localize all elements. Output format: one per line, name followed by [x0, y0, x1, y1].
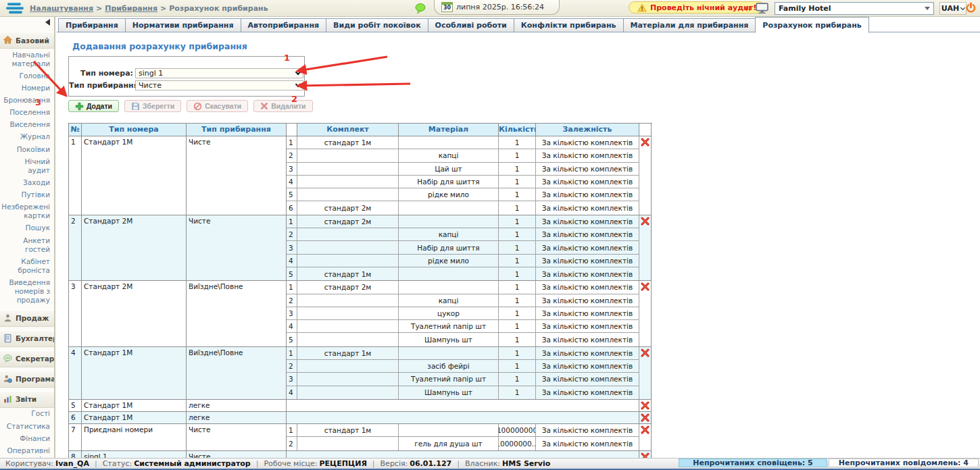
dependency-cell: За кількістю комплектів [536, 136, 639, 149]
sidebar-item[interactable]: Анкети гостей [0, 234, 54, 255]
material-sublist [287, 400, 639, 412]
sidebar-item[interactable]: Заходи [0, 176, 54, 188]
form-select-1[interactable]: Чисте [135, 80, 303, 90]
sidebar-section-3[interactable]: Секретар [0, 350, 54, 367]
status-value: 06.01.127 [410, 459, 451, 468]
sidebar-item[interactable]: Оперативні звіти [0, 444, 54, 458]
delete-row-button[interactable] [641, 401, 650, 410]
subrow-number-cell: 1 [287, 136, 297, 149]
dependency-cell: За кількістю комплектів [536, 281, 639, 294]
tab-4[interactable]: Особливі роботи [428, 18, 514, 32]
delete-row-button[interactable] [641, 282, 650, 291]
tab-1[interactable]: Нормативи прибирання [125, 18, 241, 32]
sidebar-item[interactable]: Статистика [0, 420, 54, 432]
sidebar-item[interactable]: Пошук [0, 222, 54, 234]
power-icon[interactable] [965, 2, 977, 16]
sidebar-item[interactable]: Гості [0, 408, 54, 420]
sidebar-item[interactable]: Нічний аудит [0, 155, 54, 176]
quantity-cell: 1 [499, 255, 536, 267]
material-cell: Шампунь шт [399, 386, 499, 399]
kit-cell: стандарт 1м [297, 424, 399, 437]
delete-row-button[interactable] [641, 425, 650, 434]
status-separator: | [457, 459, 460, 468]
delete-cell [639, 281, 652, 346]
delete-button[interactable]: Видалити [253, 100, 312, 112]
sidebar-item[interactable]: Поселення [0, 107, 54, 119]
form-select-0[interactable]: singl 1 [135, 68, 303, 78]
sidebar-item[interactable]: Головна [0, 70, 54, 82]
sidebar-section-label: Базовий [16, 36, 49, 45]
row-number-cell: 5 [69, 400, 82, 412]
material-cell: капці [399, 294, 499, 307]
delete-row-button[interactable] [641, 138, 650, 147]
sidebar-section-4[interactable]: Програма ло [0, 371, 54, 388]
breadcrumb-item[interactable]: Налаштування [30, 4, 93, 13]
kit-cell [297, 307, 399, 320]
unread-notifications-badge[interactable]: Непрочитаних сповіщень: 5 [679, 459, 827, 467]
tab-3[interactable]: Види робіт покоївок [326, 18, 428, 32]
cancel-button[interactable]: Скасувати [187, 100, 248, 112]
workstation-icon[interactable] [756, 3, 768, 16]
status-label: Користувач: [5, 459, 53, 468]
sidebar-item[interactable]: Путівки [0, 189, 54, 201]
sidebar-section-1[interactable]: Продаж [0, 310, 54, 327]
tab-5[interactable]: Конфлікти прибирань [514, 18, 624, 32]
material-cell [399, 201, 499, 214]
resize-arrows-icon[interactable] [743, 5, 752, 14]
material-subrow: 2засіб фейрі1За кількістю комплектів [287, 360, 639, 373]
material-subrow: 6стандарт 2м1За кількістю комплектів [287, 201, 639, 214]
currency-select[interactable]: UAH [939, 2, 966, 15]
sidebar-item[interactable]: Кабінет броніста [0, 255, 54, 276]
breadcrumb-item[interactable]: Прибирання [105, 4, 157, 13]
delete-row-button[interactable] [641, 217, 650, 226]
add-button[interactable]: Додати [68, 100, 119, 112]
delete-cell [639, 215, 652, 281]
material-subrow: 1стандарт 2м1За кількістю комплектів [287, 281, 639, 294]
sidebar-item[interactable]: Виведення номерів з продажу [0, 277, 54, 307]
sidebar-item[interactable]: Бронювання [0, 95, 54, 107]
status-left: Користувач:Ivan_QA|Статус:Системный адми… [5, 459, 550, 468]
unread-messages-badge[interactable]: Непрочитаних повідомлень: 4 [829, 459, 979, 467]
room-type-cell: Стандарт 1М [82, 400, 187, 412]
hotel-select[interactable]: Family Hotel [775, 2, 934, 15]
row-number-cell: 4 [69, 347, 82, 400]
save-icon [131, 102, 140, 111]
tab-6[interactable]: Матеріали для прибирання [623, 18, 756, 32]
sidebar-item[interactable]: Незбережені картки [0, 201, 54, 222]
delete-row-button[interactable] [641, 413, 650, 422]
sidebar-section-2[interactable]: Бухгалтерія [0, 330, 54, 347]
status-separator: | [95, 459, 97, 468]
delete-cell [639, 347, 652, 400]
material-subrow: 1стандарт 2м1За кількістю комплектів [287, 215, 639, 228]
date-time-display[interactable]: 30 липня 2025р. 16:56:24 [434, 0, 560, 15]
delete-row-button[interactable] [641, 348, 650, 357]
sidebar-section-0[interactable]: Базовий [0, 32, 54, 49]
sidebar-item[interactable]: Навчальні матеріали [0, 49, 54, 70]
material-cell: цукор [399, 307, 499, 320]
sidebar-section-label: Продаж [16, 314, 49, 322]
tab-0[interactable]: Прибирання [58, 18, 126, 32]
dependency-cell: За кількістю комплектів [536, 386, 639, 399]
row-number-cell: 7 [69, 424, 82, 451]
chat-icon[interactable] [415, 3, 426, 16]
sidebar-item[interactable]: Покоївки [0, 143, 54, 155]
add-calculation-form: Тип номера:singl 1Тип прибирання:Чисте [68, 56, 305, 97]
tab-7[interactable]: Розрахунок прибирань [755, 17, 868, 33]
save-button[interactable]: Зберегти [124, 100, 181, 112]
material-subrow: 2капці1За кількістю комплектів [287, 149, 639, 162]
main-area: ПрибиранняНормативи прибиранняАвтоприбир… [57, 17, 980, 458]
kit-cell: стандарт 1м [297, 136, 399, 149]
tab-2[interactable]: Автоприбирання [241, 18, 327, 32]
sidebar-section-5[interactable]: Звіти [0, 391, 54, 408]
column-header-spacer [639, 124, 652, 136]
subrow-number-cell: 2 [287, 294, 297, 307]
breadcrumb-item: Розрахунок прибирань [169, 4, 268, 13]
quantity-cell: 1 [499, 360, 536, 373]
sidebar-item[interactable]: Номери [0, 82, 54, 94]
sidebar-collapse-button[interactable] [0, 17, 54, 28]
sidebar-item[interactable]: Виселення [0, 119, 54, 131]
sidebar-item[interactable]: Фінанси [0, 432, 54, 444]
row-number-cell: 3 [69, 281, 82, 346]
sidebar-item[interactable]: Журнал [0, 131, 54, 143]
row-number-cell: 6 [69, 412, 82, 424]
